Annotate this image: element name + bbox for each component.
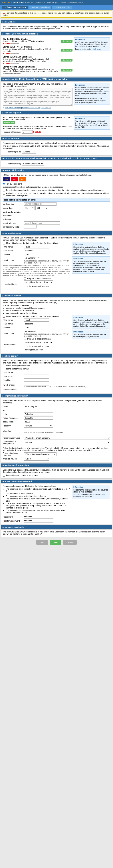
product-3-buy-button[interactable]: click to buy: [61, 59, 73, 62]
product-1-price1: $ 149.00: [3, 42, 10, 44]
payment-header: payment information: [1, 168, 112, 172]
backup-info-block: During the SSL issuance the Applicant wi…: [1, 467, 112, 478]
corp-email-alias-select[interactable]: select from the drop down list or admini…: [24, 280, 53, 284]
corp-email-input[interactable]: [24, 288, 60, 291]
intranet-cert-button[interactable]: Intranet cert: [3, 121, 15, 124]
billing-last-name-input[interactable]: [24, 375, 49, 378]
privacy-info-line2: A domain is not required to confirm the …: [74, 494, 109, 498]
cc-last-name-input[interactable]: [24, 218, 53, 221]
csr-example-link[interactable]: click for an example: [5, 107, 21, 109]
tech-auth-check[interactable]: [3, 315, 5, 318]
tech-email-alias-select[interactable]: select from the drop down list or admini…: [24, 341, 53, 344]
expiry-year-select[interactable]: 20242025202620272028: [35, 206, 48, 210]
san-licenses-input[interactable]: [22, 130, 32, 133]
notice-text: There are 3 pages/steps to this process,…: [3, 12, 109, 16]
product-1-desc: 1 year certificate capable of 256-bit en…: [3, 40, 44, 42]
products-info-box: Information Certificates may buy at 5% T…: [74, 37, 110, 51]
csr-info-text: United States should ensure the Common N…: [75, 87, 109, 97]
tech-email-input[interactable]: [24, 348, 60, 351]
csr-textarea[interactable]: [3, 88, 73, 105]
org-phone-note: This is the fax number for that office i…: [24, 432, 110, 434]
org-what-do-select[interactable]: Select Technology Finance Retail: [24, 457, 49, 461]
expiry-month-select[interactable]: 010203040506070809101112: [24, 206, 35, 210]
card-number-label: card number:: [3, 203, 23, 205]
product-4-name: Startle Website Server Certificates: [3, 66, 35, 68]
password-input[interactable]: [24, 515, 53, 519]
org-postcode-row: postal code:: [3, 420, 110, 423]
payment-check1[interactable]: [3, 189, 5, 191]
cc-email-row: e-mail address:: [3, 221, 110, 225]
org-jurisdiction-select[interactable]: Ukraine United States United Kingdom: [24, 441, 110, 444]
nameserver-select[interactable]: Select nameserver DNS HTTP Email: [22, 162, 44, 165]
tech-info-text2: You can abbreviated email alias, with th…: [74, 334, 109, 338]
corp-email-radio-1[interactable]: [24, 277, 26, 280]
billing-same-corp-check[interactable]: [3, 365, 5, 367]
next-button[interactable]: next: [50, 540, 61, 545]
billing-phone-input[interactable]: [24, 382, 49, 385]
org-city-input[interactable]: [24, 412, 53, 416]
tech-phone-input[interactable]: [24, 330, 49, 333]
cc-email-input[interactable]: [24, 221, 60, 225]
payment-check2[interactable]: [3, 192, 5, 194]
cancel-button[interactable]: cancel: [63, 540, 77, 545]
org-type-select[interactable]: Private (for-profit) Company Public Comp…: [24, 436, 110, 440]
arrow-icon-csr: ▶: [3, 107, 4, 109]
tech-email-radio-2[interactable]: [24, 345, 26, 347]
corp-phone-input[interactable]: [24, 257, 49, 260]
org-postcode-input[interactable]: [24, 420, 38, 423]
org-structure-select[interactable]: Private (industry) Company Government Ed…: [24, 453, 56, 456]
tech-job-title-row: * job title:: [3, 326, 71, 329]
org-addr2-input[interactable]: [24, 409, 60, 412]
corp-last-name-row: * last name:: [3, 249, 71, 252]
tech-last-name-input[interactable]: [24, 322, 49, 326]
step3-button[interactable]: complete your order: [52, 6, 72, 9]
billing-first-name-input[interactable]: [24, 371, 49, 374]
corporate-auth-label: Make this Contact the Authorizing Contac…: [6, 242, 59, 244]
discover-icon: DISC: [19, 177, 26, 182]
tech-first-name-input[interactable]: [24, 318, 49, 321]
org-state-input[interactable]: [24, 416, 53, 420]
card-number-row: card number:: [3, 203, 110, 206]
pay-credit-card-radio[interactable]: Pay by credit card: [3, 183, 22, 185]
product-1-buy-button[interactable]: click to buy: [61, 40, 73, 43]
bottom-buttons: back next cancel: [0, 538, 113, 547]
corp-job-title-input[interactable]: [24, 253, 49, 256]
billing-email-input[interactable]: [24, 388, 60, 391]
tech-email-radio-1[interactable]: [24, 338, 26, 340]
backup-no-fax-check[interactable]: [3, 474, 5, 476]
products-info-title: Information: [75, 39, 109, 41]
corporate-contact-header: corporate contact: [1, 231, 112, 235]
tech-job-title-input[interactable]: [24, 326, 49, 329]
billing-note: NOTE: This person will receive billing i…: [3, 360, 110, 364]
corp-email-radio-2[interactable]: [24, 285, 26, 287]
cc-last-name-row: last name:: [3, 218, 110, 221]
back-button[interactable]: back: [36, 540, 48, 545]
cc-first-name-input[interactable]: [24, 214, 53, 217]
org-addr1-input[interactable]: [24, 405, 60, 408]
backup-info-header: backup email information: [1, 464, 112, 467]
billing-same-tech-check[interactable]: [3, 368, 5, 370]
corp-first-name-input[interactable]: [24, 245, 49, 248]
org-country-row: * country: Ukraine United States United …: [3, 424, 110, 428]
server-select[interactable]: Apache IIS Other: [22, 150, 36, 154]
corp-last-name-input[interactable]: [24, 249, 49, 252]
step1-button[interactable]: configure your enrollment: [2, 6, 28, 9]
policy-2: The password is case sensitive: [6, 493, 71, 495]
expiry-label: expiry date:: [3, 207, 23, 209]
csr-try-link[interactable]: test your csr: [41, 107, 51, 109]
corporate-auth-check[interactable]: [3, 242, 5, 244]
billing-job-title-input[interactable]: [24, 378, 49, 382]
nameserver-header: choose the nameserver of which you wish …: [1, 157, 112, 160]
step2-button[interactable]: confirm your enrollment: [29, 6, 52, 9]
confirm-password-input[interactable]: [24, 519, 53, 523]
cvv-input[interactable]: [24, 225, 36, 228]
org-country-select[interactable]: Ukraine United States United Kingdom: [24, 424, 53, 428]
card-number-input[interactable]: [24, 203, 56, 206]
corporate-contact-block: NOTE: The Startle SSL may require the Su…: [1, 236, 112, 293]
card-holder-details-label: card holder details:: [3, 211, 110, 213]
product-2-buy-button[interactable]: click to buy: [61, 49, 73, 52]
csr-read-more-link[interactable]: read more about a csr: [22, 107, 40, 109]
product-4-buy-button[interactable]: click to buy: [61, 69, 73, 71]
products-info-link[interactable]: click here: [93, 48, 100, 50]
org-phone-input[interactable]: [24, 428, 49, 431]
